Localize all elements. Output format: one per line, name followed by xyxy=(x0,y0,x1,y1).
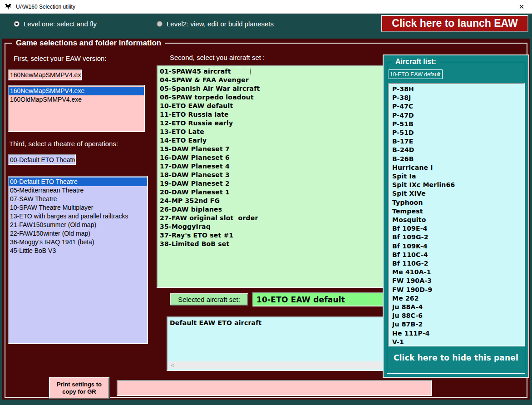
list-item[interactable]: Bf 110G-2 xyxy=(389,259,524,268)
list-item[interactable]: 22-FAW150winter (Old map) xyxy=(9,229,147,238)
list-item[interactable]: P-51B xyxy=(389,120,524,128)
list-item[interactable]: 37-Ray's ETO set #1 xyxy=(158,231,383,240)
list-item[interactable]: P-38H xyxy=(389,85,524,94)
radio-level-one[interactable]: Level one: select and fly xyxy=(14,20,97,28)
list-item[interactable]: Spit XIVe xyxy=(389,189,524,198)
list-item[interactable]: 35-MoggyIraq xyxy=(158,222,383,231)
panel-set-name-text: 10-ETO EAW default xyxy=(390,71,441,78)
list-item[interactable]: 21-FAW150summer (Old map) xyxy=(9,221,147,229)
list-item[interactable]: 00-Default ETO Theatre xyxy=(9,178,147,186)
theatre-label: Third, select a theatre of operations: xyxy=(9,140,118,148)
list-item[interactable]: Hurricane I xyxy=(389,163,524,172)
list-item[interactable]: P-47D xyxy=(389,111,524,120)
radio-level-two-label: Level2: view, edit or build planesets xyxy=(167,20,274,28)
list-item[interactable]: B-17E xyxy=(389,137,524,146)
horizontal-scrollbar[interactable]: < xyxy=(168,361,382,369)
list-item[interactable]: 36-Moggy's IRAQ 1941 (beta) xyxy=(9,238,147,247)
aircraft-list-legend: Aircraft list: xyxy=(392,58,439,66)
list-item[interactable]: Bf 109G-2 xyxy=(389,233,524,242)
launch-eaw-button[interactable]: Click here to launch EAW xyxy=(381,15,528,32)
set-description-text: Default EAW ETO aircraft xyxy=(170,319,261,326)
list-item[interactable]: Ju 87B-2 xyxy=(389,320,524,329)
list-item[interactable]: 10-ETO EAW default xyxy=(158,102,383,110)
list-item[interactable]: V-1 xyxy=(389,338,524,346)
selected-set-field[interactable]: 10-ETO EAW default xyxy=(252,292,384,306)
list-item[interactable]: 12-ETO Russia early xyxy=(158,119,383,128)
aircraft-set-label: Second, select you aircraft set : xyxy=(170,54,265,61)
list-item[interactable]: 160OldMapSMMPV4.exe xyxy=(9,95,144,104)
list-item[interactable]: FW 190A-3 xyxy=(389,277,524,285)
list-item[interactable]: Bf 109K-4 xyxy=(389,242,524,251)
list-item[interactable]: Ju 88C-6 xyxy=(389,311,524,320)
aircraft-list-panel: Aircraft list: 10-ETO EAW default P-38HP… xyxy=(383,54,529,378)
radio-level-two[interactable]: Level2: view, edit or build planesets xyxy=(157,20,274,28)
selected-set-caption: Selected aircraft set: xyxy=(170,293,248,306)
list-item[interactable]: B-26B xyxy=(389,155,524,163)
hide-panel-button[interactable]: Click here to hide this panel xyxy=(384,353,528,362)
list-item[interactable]: 26-DAW biplanes xyxy=(158,205,383,214)
version-field[interactable]: 160NewMapSMMPV4.exe xyxy=(8,69,82,80)
list-item[interactable]: 17-DAW Planeset 4 xyxy=(158,162,383,171)
theatre-listbox[interactable]: 00-Default ETO Theatre05-Mediterranean T… xyxy=(8,176,148,344)
list-item[interactable]: 13-ETO with barges and parallel railtrac… xyxy=(9,212,147,221)
radio-unselected-icon xyxy=(157,21,163,27)
list-item[interactable]: 04-SPAW & FAA Avenger xyxy=(158,76,383,84)
list-item[interactable]: 19-DAW Planeset 2 xyxy=(158,179,383,188)
list-item[interactable]: 20-DAW Planeset 1 xyxy=(158,188,383,197)
close-icon[interactable]: ✕ xyxy=(511,0,532,13)
version-label: First, select your EAW version: xyxy=(14,54,107,62)
list-item[interactable]: 07-SAW Theatre xyxy=(9,195,147,203)
list-item[interactable]: 05-Spanish Air War aircraft xyxy=(158,84,383,93)
list-item[interactable]: 01-SPAW45 aircraft xyxy=(158,67,250,76)
list-item[interactable]: 45-Little BoB V3 xyxy=(9,247,147,255)
list-item[interactable]: 15-DAW Planeset 7 xyxy=(158,145,383,153)
list-item[interactable]: Spit IXc Merlin66 xyxy=(389,181,524,189)
list-item[interactable]: Bf 110C-4 xyxy=(389,251,524,259)
print-settings-button[interactable]: Print settings to copy for GR xyxy=(49,377,109,399)
list-item[interactable]: 27-FAW original slot order xyxy=(158,214,383,222)
aircraft-set-listbox[interactable]: 01-SPAW45 aircraft04-SPAW & FAA Avenger0… xyxy=(157,65,384,288)
theatre-field[interactable]: 00-Default ETO Theatre xyxy=(8,154,76,165)
list-item[interactable]: Typhoon xyxy=(389,198,524,207)
print-button-line1: Print settings to xyxy=(57,381,102,388)
list-item[interactable]: 16-DAW Planeset 6 xyxy=(158,153,383,162)
radio-selected-icon xyxy=(14,21,20,27)
radio-level-one-label: Level one: select and fly xyxy=(24,20,97,28)
scroll-left-icon[interactable]: < xyxy=(168,362,177,369)
list-item[interactable]: 38-Limited BoB set xyxy=(158,240,383,248)
list-item[interactable]: Spit Ia xyxy=(389,172,524,181)
list-item[interactable]: FW 190D-9 xyxy=(389,286,524,294)
list-item[interactable]: 11-ETO Russia late xyxy=(158,110,383,119)
set-description-box[interactable]: Default EAW ETO aircraft < xyxy=(167,316,384,371)
list-item[interactable]: 05-Mediterranean Theatre xyxy=(9,186,147,195)
app-icon xyxy=(4,3,12,11)
list-item[interactable]: Tempest xyxy=(389,207,524,216)
title-bar: UAW160 Selection utility ✕ xyxy=(0,0,532,14)
list-item[interactable]: Me 410A-1 xyxy=(389,268,524,277)
window-title: UAW160 Selection utility xyxy=(16,4,75,10)
list-item[interactable]: Ju 88A-4 xyxy=(389,303,524,311)
list-item[interactable]: 06-SPAW torpedo loadout xyxy=(158,93,383,102)
list-item[interactable]: 24-MP 352nd FG xyxy=(158,197,383,205)
list-item[interactable]: P-47C xyxy=(389,102,524,111)
list-item[interactable]: 14-ETO Early xyxy=(158,136,383,145)
list-item[interactable]: 10-SPAW Theatre Multiplayer xyxy=(9,203,147,212)
list-item[interactable]: B-24D xyxy=(389,146,524,154)
list-item[interactable]: 13-ETO Late xyxy=(158,128,383,136)
panel-set-name-field[interactable]: 10-ETO EAW default xyxy=(389,69,443,79)
app-window: UAW160 Selection utility ✕ Level one: se… xyxy=(0,0,532,405)
settings-output-field[interactable] xyxy=(117,380,432,396)
aircraft-listbox[interactable]: P-38HP-38JP-47CP-47DP-51BP-51DB-17EB-24D… xyxy=(388,83,525,346)
list-item[interactable]: 18-DAW Planeset 3 xyxy=(158,171,383,179)
list-item[interactable]: P-51D xyxy=(389,128,524,137)
list-item[interactable]: P-38J xyxy=(389,94,524,102)
groupbox-legend: Game selections and folder information xyxy=(12,39,165,48)
list-item[interactable]: He 111P-4 xyxy=(389,329,524,338)
list-item[interactable]: Me 262 xyxy=(389,294,524,303)
print-button-line2: copy for GR xyxy=(62,388,96,395)
list-item[interactable]: Mosquito xyxy=(389,216,524,224)
version-listbox[interactable]: 160NewMapSMMPV4.exe160OldMapSMMPV4.exe xyxy=(8,85,145,132)
list-item[interactable]: 160NewMapSMMPV4.exe xyxy=(9,87,144,95)
list-item[interactable]: Bf 109E-4 xyxy=(389,224,524,233)
